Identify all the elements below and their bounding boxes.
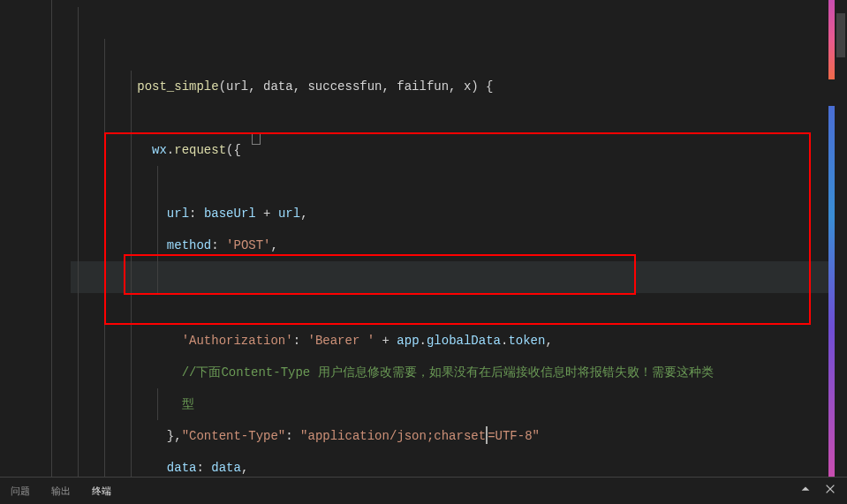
fold-gutter bbox=[44, 0, 71, 477]
code-line[interactable]: }, bbox=[71, 420, 847, 452]
code-line[interactable]: data: data, bbox=[71, 325, 847, 357]
scrollbar-thumb[interactable] bbox=[836, 13, 845, 57]
code-content[interactable]: post_simple(url, data, successfun, failf… bbox=[71, 0, 847, 477]
code-line[interactable]: successfun(resource); bbox=[71, 388, 847, 420]
bracket-match-hint bbox=[252, 132, 261, 145]
code-editor[interactable]: post_simple(url, data, successfun, failf… bbox=[0, 0, 847, 477]
panel-tab-terminal[interactable]: 终端 bbox=[92, 485, 111, 498]
code-line[interactable]: header: { bbox=[71, 134, 847, 166]
code-line[interactable]: url: baseUrl + url, bbox=[71, 71, 847, 102]
code-line-current[interactable]: "Content-Type": "application/json;charse… bbox=[71, 261, 847, 293]
minimap-decoration bbox=[828, 0, 835, 477]
panel-tab-problems[interactable]: 问题 bbox=[11, 485, 30, 498]
chevron-up-icon[interactable] bbox=[799, 483, 812, 499]
code-line[interactable]: 型 bbox=[71, 229, 847, 261]
code-line[interactable]: success(resource) { bbox=[71, 357, 847, 388]
code-line[interactable]: 'Authorization': 'Bearer ' + app.globalD… bbox=[71, 166, 847, 198]
code-line[interactable]: }, bbox=[71, 293, 847, 325]
code-line[interactable]: post_simple(url, data, successfun, failf… bbox=[71, 7, 847, 39]
line-number-gutter bbox=[0, 0, 44, 477]
panel-tab-output[interactable]: 输出 bbox=[51, 485, 71, 498]
bottom-panel: 问题 输出 终端 bbox=[0, 477, 847, 504]
vertical-scrollbar[interactable] bbox=[835, 0, 847, 477]
code-line[interactable]: //下面Content-Type 用户信息修改需要，如果没有在后端接收信息时将报… bbox=[71, 198, 847, 229]
code-line[interactable]: wx.request({ bbox=[71, 39, 847, 71]
code-line[interactable]: method: 'POST', bbox=[71, 102, 847, 134]
close-icon[interactable] bbox=[824, 483, 836, 499]
